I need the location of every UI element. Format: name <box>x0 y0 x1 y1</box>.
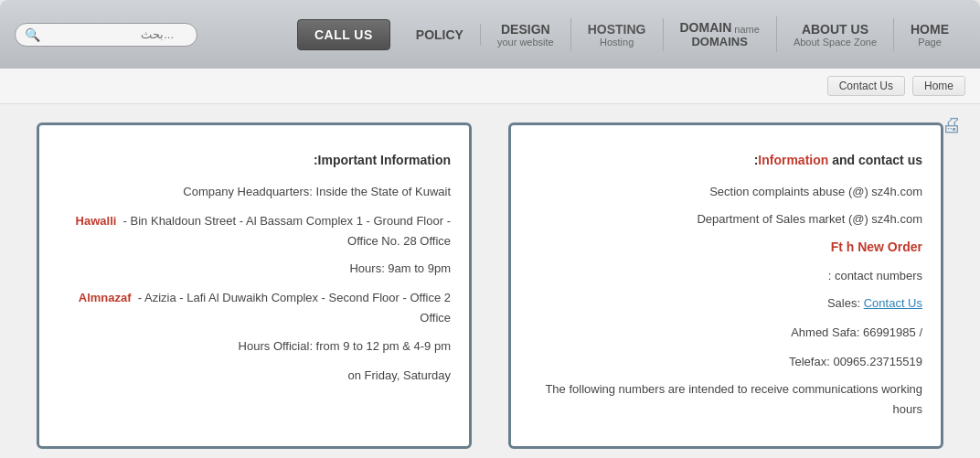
print-icon[interactable]: 🖨 <box>942 113 962 136</box>
nav-home-main: HOME <box>911 22 949 37</box>
nav-domains-label: DOMAINS <box>691 35 747 48</box>
nav-design-main: DESIGN <box>501 22 550 37</box>
left-title-colon: :Important Information <box>314 153 451 167</box>
print-icon-area[interactable]: 🖨 <box>942 113 962 137</box>
contact-us-breadcrumb[interactable]: Contact Us <box>827 76 905 96</box>
almnazaf-label: Almnazaf <box>79 291 132 304</box>
search-box[interactable]: 🔍 <box>15 23 197 47</box>
nav-policy-label: POLICY <box>416 27 463 42</box>
left-almnazaf-line: Almnazaf - Azizia - Lafi Al Duwaikh Comp… <box>58 288 451 328</box>
nav-domain-sub: name <box>731 24 760 35</box>
nav-item-design[interactable]: DESIGN your website <box>481 18 571 51</box>
nav-items: POLICY DESIGN your website HOSTING Hosti… <box>399 16 965 52</box>
right-following-line: The following numbers are intended to re… <box>529 379 922 420</box>
nav-item-domain[interactable]: DOMAIN name DOMAINS <box>664 16 777 52</box>
search-icon: 🔍 <box>25 27 40 42</box>
right-box-title: :Information and contact us <box>529 153 922 167</box>
left-hawalli-line: Hawalli - Bin Khaldoun Street - Al Bassa… <box>58 211 451 251</box>
page-wrapper: 🔍 CALL US POLICY DESIGN your website HOS… <box>0 0 980 458</box>
left-info-box: :Important Information Company Headquart… <box>37 122 472 449</box>
left-friday-line: on Friday, Saturday <box>58 366 451 386</box>
nav-item-policy[interactable]: POLICY <box>399 24 481 46</box>
nav-home-sub: Page <box>918 37 942 48</box>
left-hours1-line: Hours: 9am to 9pm <box>58 259 451 279</box>
nav-about-sub: About Space Zone <box>794 37 877 48</box>
breadcrumb-bar: Contact Us Home <box>0 69 980 104</box>
ft-h-new-order-label: Ft h New Order <box>831 240 922 254</box>
call-us-button[interactable]: CALL US <box>297 19 390 50</box>
nav-item-hosting[interactable]: HOSTING Hosting <box>571 18 664 51</box>
right-sales-dept-line: Department of Sales market (@) sz4h.com <box>529 209 922 229</box>
right-title-info: Information <box>758 153 828 167</box>
contact-us-link[interactable]: Contact Us <box>864 296 922 310</box>
nav-item-home[interactable]: HOME Page <box>894 18 965 51</box>
search-input[interactable] <box>46 27 174 41</box>
right-ahmed-line: Ahmed Safa: 66991985 / <box>529 323 922 343</box>
left-hq-line: Company Headquarters: Inside the State o… <box>58 182 451 202</box>
home-breadcrumb[interactable]: Home <box>912 76 965 96</box>
nav-hosting-main: HOSTING <box>588 22 646 37</box>
nav-hosting-sub: Hosting <box>600 37 634 48</box>
left-hours2-line: Hours Official: from 9 to 12 pm & 4-9 pm <box>58 336 451 357</box>
main-content: 🖨 :Important Information Company Headqua… <box>0 104 980 458</box>
right-complaints-line: Section complaints abuse (@) sz4h.com <box>529 182 922 202</box>
nav-domain-main: DOMAIN <box>680 20 732 35</box>
right-telefax-line: Telefax: 00965.23715519 <box>529 352 922 372</box>
navbar: 🔍 CALL US POLICY DESIGN your website HOS… <box>0 0 980 69</box>
right-sales-contact-line: Sales: Contact Us <box>529 293 922 314</box>
left-box-title: :Important Information <box>58 153 451 167</box>
right-new-order-line: Ft h New Order <box>529 237 922 259</box>
nav-item-about[interactable]: ABOUT US About Space Zone <box>777 18 894 51</box>
right-contact-numbers-line: : contact numbers <box>529 266 922 286</box>
right-info-box: :Information and contact us Section comp… <box>508 122 943 449</box>
nav-about-main: ABOUT US <box>802 22 868 37</box>
nav-design-sub: your website <box>497 37 554 48</box>
hawalli-label: Hawalli <box>76 214 117 228</box>
